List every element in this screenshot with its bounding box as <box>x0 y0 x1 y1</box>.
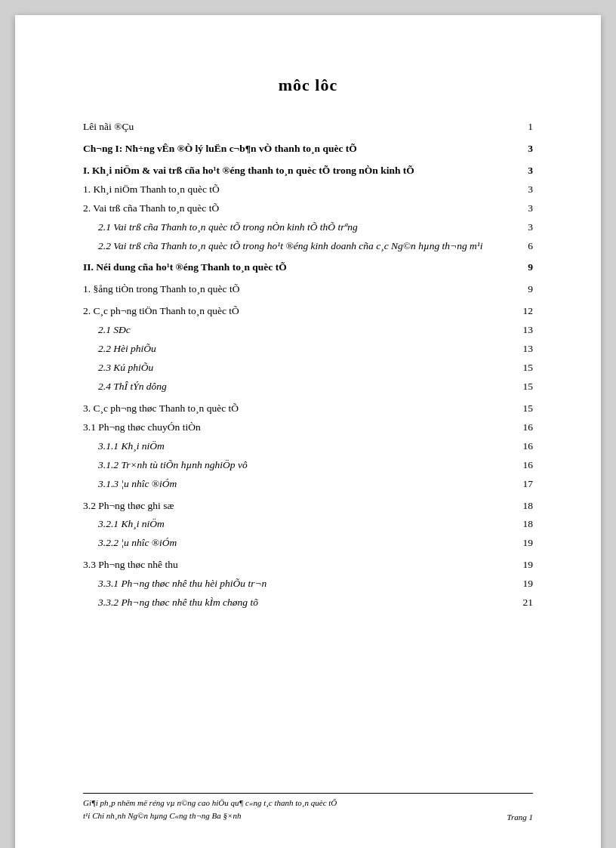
page: môc lôc Lêi nãi ®Çu1Ch¬ng I: Nh÷ng vÊn ®… <box>15 15 601 848</box>
toc-label: 1. §ång tiÒn trong Thanh to¸n quèc tÕ <box>83 280 516 299</box>
toc-row: 3.3 Ph¬ng thøc nhê thu19 <box>83 556 533 575</box>
toc-row: 3.1 Ph¬ng thøc chuyÓn tiÒn16 <box>83 418 533 437</box>
footer-left: Gi¶i ph¸p nhëm më réng vµ n©ng cao hiÖu … <box>83 797 337 822</box>
toc-page-num: 9 <box>516 280 534 299</box>
toc-page-num: 9 <box>516 258 534 277</box>
toc-label: 2.2 Vai trß cña Thanh to¸n quèc tÕ trong… <box>83 237 516 256</box>
toc-row: 3.1.1 Kh¸i niÖm16 <box>83 437 533 456</box>
toc-page-num: 1 <box>516 118 534 137</box>
toc-label: 3.1 Ph¬ng thøc chuyÓn tiÒn <box>83 418 516 437</box>
toc-label: Lêi nãi ®Çu <box>83 118 516 137</box>
toc-label: Ch¬ng I: Nh÷ng vÊn ®Ò lý luËn c¬b¶n vÒ t… <box>83 140 516 159</box>
toc-label: 2.3 Kú phiÕu <box>83 359 516 378</box>
toc-label: 3.2.2 ¦u nhîc ®iÓm <box>83 534 516 553</box>
toc-label: 3.3.1 Ph¬ng thøc nhê thu hèi phiÕu tr¬n <box>83 575 516 594</box>
toc-row: 1. Kh¸i niÖm Thanh to¸n quèc tÕ3 <box>83 180 533 199</box>
toc-label: 3. C¸c ph¬ng thøc Thanh to¸n quèc tÕ <box>83 399 516 418</box>
toc-label: 2. C¸c ph¬ng tiÖn Thanh to¸n quèc tÕ <box>83 302 516 321</box>
toc-page-num: 19 <box>516 575 534 594</box>
toc-page-num: 18 <box>516 497 534 516</box>
toc-label: 2. Vai trß cña Thanh to¸n quèc tÕ <box>83 199 516 218</box>
toc-page-num: 17 <box>516 475 534 494</box>
toc-row: I. Kh¸i niÖm & vai trß cña ho¹t ®éng tha… <box>83 162 533 180</box>
toc-row: 2. C¸c ph¬ng tiÖn Thanh to¸n quèc tÕ12 <box>83 302 533 321</box>
toc-page-num: 3 <box>516 180 534 199</box>
toc-page-num: 6 <box>516 237 534 256</box>
footer-line1: Gi¶i ph¸p nhëm më réng vµ n©ng cao hiÖu … <box>83 797 337 809</box>
toc-page-num: 13 <box>516 340 534 359</box>
toc-page-num: 16 <box>516 437 534 456</box>
toc-label: 2.2 Hèi phiÕu <box>83 340 516 359</box>
toc-row: 2. Vai trß cña Thanh to¸n quèc tÕ3 <box>83 199 533 218</box>
toc-page-num: 15 <box>516 399 534 418</box>
toc-label: 2.1 Vai trß cña Thanh to¸n quèc tÕ trong… <box>83 218 516 237</box>
toc-row: 2.3 Kú phiÕu15 <box>83 359 533 378</box>
toc-label: 2.1 SÐc <box>83 321 516 340</box>
toc-page-num: 18 <box>516 515 534 534</box>
toc-label: 3.2 Ph¬ng thøc ghi sæ <box>83 497 516 516</box>
toc-page-num: 12 <box>516 302 534 321</box>
footer-right: Trang 1 <box>507 813 533 822</box>
toc-page-num: 21 <box>516 594 534 612</box>
toc-page-num: 3 <box>516 140 534 159</box>
toc-label: 1. Kh¸i niÖm Thanh to¸n quèc tÕ <box>83 180 516 199</box>
toc-label: 3.3 Ph¬ng thøc nhê thu <box>83 556 516 575</box>
toc-row: II. Néi dung cña ho¹t ®éng Thanh to¸n qu… <box>83 258 533 277</box>
toc-label: I. Kh¸i niÖm & vai trß cña ho¹t ®éng tha… <box>83 162 516 180</box>
toc-label: 3.1.2 Tr×nh tù tiÕn hµnh nghiÖp vô <box>83 456 516 475</box>
toc-page-num: 16 <box>516 456 534 475</box>
toc-page-num: 3 <box>516 199 534 218</box>
toc-row: 3.1.2 Tr×nh tù tiÕn hµnh nghiÖp vô16 <box>83 456 533 475</box>
toc-row: Lêi nãi ®Çu1 <box>83 118 533 137</box>
footer-content: Gi¶i ph¸p nhëm më réng vµ n©ng cao hiÖu … <box>83 797 533 822</box>
toc-label: 3.2.1 Kh¸i niÖm <box>83 515 516 534</box>
footer-line2: t¹i Chi nh¸nh Ng©n hµng C«ng th¬ng Ba §×… <box>83 809 337 822</box>
toc-label: II. Néi dung cña ho¹t ®éng Thanh to¸n qu… <box>83 258 516 277</box>
toc-page-num: 3 <box>516 218 534 237</box>
toc-row: 3.2.1 Kh¸i niÖm18 <box>83 515 533 534</box>
toc-label: 3.1.1 Kh¸i niÖm <box>83 437 516 456</box>
toc-row: 2.1 SÐc13 <box>83 321 533 340</box>
toc-row: 3.2 Ph¬ng thøc ghi sæ18 <box>83 497 533 516</box>
toc-page-num: 3 <box>516 162 534 180</box>
toc-row: 2.2 Vai trß cña Thanh to¸n quèc tÕ trong… <box>83 237 533 256</box>
toc-page-num: 13 <box>516 321 534 340</box>
toc-row: Ch¬ng I: Nh÷ng vÊn ®Ò lý luËn c¬b¶n vÒ t… <box>83 140 533 159</box>
toc-row: 2.1 Vai trß cña Thanh to¸n quèc tÕ trong… <box>83 218 533 237</box>
footer: Gi¶i ph¸p nhëm më réng vµ n©ng cao hiÖu … <box>83 793 533 822</box>
toc-page-num: 15 <box>516 359 534 378</box>
toc-row: 2.4 ThÎ tÝn dông15 <box>83 378 533 396</box>
toc-page-num: 19 <box>516 556 534 575</box>
toc-row: 3. C¸c ph¬ng thøc Thanh to¸n quèc tÕ15 <box>83 399 533 418</box>
page-title: môc lôc <box>83 76 533 95</box>
toc-row: 3.1.3 ¦u nhîc ®iÓm17 <box>83 475 533 494</box>
toc-row: 3.3.2 Ph¬ng thøc nhê thu kÌm chøng tõ21 <box>83 594 533 612</box>
toc-label: 2.4 ThÎ tÝn dông <box>83 378 516 396</box>
toc-page-num: 19 <box>516 534 534 553</box>
toc-page-num: 16 <box>516 418 534 437</box>
toc-row: 1. §ång tiÒn trong Thanh to¸n quèc tÕ9 <box>83 280 533 299</box>
toc-page-num: 15 <box>516 378 534 396</box>
toc-row: 3.3.1 Ph¬ng thøc nhê thu hèi phiÕu tr¬n1… <box>83 575 533 594</box>
toc-row: 2.2 Hèi phiÕu13 <box>83 340 533 359</box>
toc-label: 3.1.3 ¦u nhîc ®iÓm <box>83 475 516 494</box>
toc-label: 3.3.2 Ph¬ng thøc nhê thu kÌm chøng tõ <box>83 594 516 612</box>
toc-row: 3.2.2 ¦u nhîc ®iÓm19 <box>83 534 533 553</box>
toc-table: Lêi nãi ®Çu1Ch¬ng I: Nh÷ng vÊn ®Ò lý luË… <box>83 118 533 612</box>
